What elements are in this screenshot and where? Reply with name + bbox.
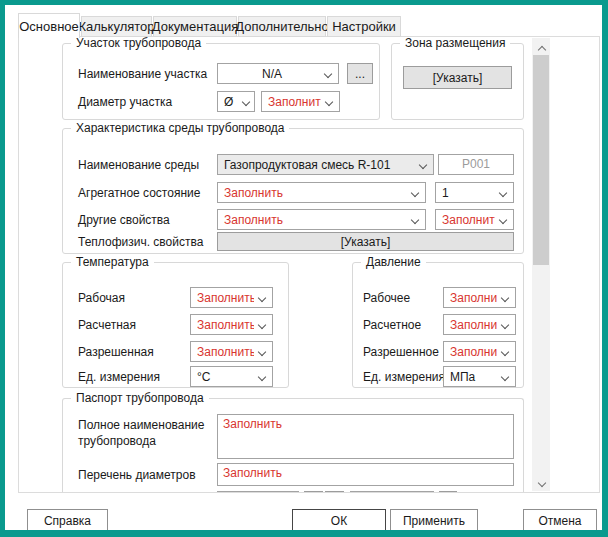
chevron-down-icon (258, 373, 266, 381)
tab-page-main: Участок трубопровода Наименование участк… (18, 36, 600, 493)
chevron-down-icon (258, 321, 266, 329)
group-pipeline-section-title: Участок трубопровода (71, 36, 206, 50)
chevron-down-icon (501, 294, 509, 302)
chevron-down-icon (258, 294, 266, 302)
tab-calculator-label: Калькулятор (78, 19, 154, 34)
medium-name-value: Газопродуктовая смесь R-101 (224, 158, 415, 172)
tab-settings[interactable]: Настройки (327, 16, 401, 37)
temp-working-value: Заполнить (197, 291, 254, 305)
section-name-value: N/A (224, 67, 320, 81)
temp-allowed-combobox[interactable]: Заполнить (190, 341, 273, 362)
pressure-design-label: Расчетное (363, 318, 421, 332)
chevron-down-icon (242, 98, 250, 106)
thermo-specify-button[interactable]: [Указать] (217, 232, 514, 251)
help-button-label: Справка (44, 514, 91, 528)
medium-state-combobox[interactable]: Заполнить (217, 182, 426, 203)
group-placement-zone: Зона размещения [Указать] (391, 43, 524, 120)
chevron-down-icon (411, 216, 419, 224)
clipped-button[interactable] (439, 491, 457, 493)
chevron-up-icon (538, 46, 546, 54)
tab-main-label: Основное (19, 19, 79, 34)
tab-documentation[interactable]: Документация (153, 16, 237, 37)
help-button[interactable]: Справка (27, 509, 108, 533)
medium-other2-value: Заполнить (442, 213, 495, 227)
pressure-unit-combobox[interactable]: МПа (443, 366, 516, 387)
temp-unit-combobox[interactable]: °C (190, 366, 273, 387)
chevron-down-icon (499, 189, 507, 197)
ok-button-label: ОК (331, 514, 347, 528)
pressure-allowed-combobox[interactable]: Заполнить (443, 341, 516, 362)
ellipsis-icon: ... (355, 67, 365, 81)
pressure-design-combobox[interactable]: Заполнить (443, 314, 516, 335)
thermo-specify-label: [Указать] (341, 235, 390, 249)
chevron-down-icon (419, 161, 427, 169)
passport-fullname-label: Полное наименование трубопровода (78, 417, 214, 449)
passport-diameters-field[interactable]: Заполнить (217, 463, 514, 486)
scroll-up-button[interactable] (532, 38, 550, 54)
temp-working-combobox[interactable]: Заполнить (190, 287, 273, 308)
chevron-down-icon (324, 70, 332, 78)
group-temperature-title: Температура (71, 255, 154, 269)
temp-working-label: Рабочая (78, 291, 125, 305)
diameter-value-combobox[interactable]: Заполнить (261, 91, 340, 112)
pressure-unit-value: МПа (450, 370, 497, 384)
clipped-button[interactable] (325, 491, 344, 493)
medium-state-label: Агрегатное состояние (78, 186, 200, 200)
diameter-symbol-combobox[interactable]: Ø (217, 91, 255, 112)
tab-documentation-label: Документация (152, 19, 239, 34)
group-medium-characteristics: Характеристика среды трубопровода Наимен… (62, 128, 524, 254)
chevron-down-icon (499, 216, 507, 224)
medium-other2-combobox[interactable]: Заполнить (435, 209, 514, 230)
medium-state-number-value: 1 (442, 186, 495, 200)
medium-name-combobox[interactable]: Газопродуктовая смесь R-101 (217, 154, 434, 175)
medium-state-number-combobox[interactable]: 1 (435, 182, 514, 203)
chevron-down-icon (501, 321, 509, 329)
chevron-down-icon (325, 98, 333, 106)
zone-specify-label: [Указать] (433, 71, 482, 85)
diameter-fill-value: Заполнить (268, 95, 321, 109)
medium-code-field[interactable]: P001 (438, 154, 514, 175)
section-name-label: Наименование участка (78, 67, 207, 81)
chevron-down-icon (411, 189, 419, 197)
temp-design-label: Расчетная (78, 318, 136, 332)
tab-additional[interactable]: Дополнительно (238, 16, 326, 37)
medium-other-label: Другие свойства (78, 213, 170, 227)
chevron-down-icon (501, 373, 509, 381)
pressure-unit-label: Ед. измерения (363, 370, 445, 384)
medium-other-value: Заполнить (224, 213, 407, 227)
group-passport-title: Паспорт трубопровода (71, 391, 209, 405)
temp-allowed-value: Заполнить (197, 345, 254, 359)
medium-other-combobox[interactable]: Заполнить (217, 209, 426, 230)
passport-fullname-field[interactable]: Заполнить (217, 414, 514, 459)
zone-specify-button[interactable]: [Указать] (403, 66, 512, 89)
temp-unit-value: °C (197, 370, 254, 384)
section-name-combobox[interactable]: N/A (217, 63, 339, 84)
pressure-working-value: Заполнить (450, 291, 497, 305)
clipped-button[interactable] (304, 491, 323, 493)
pressure-working-combobox[interactable]: Заполнить (443, 287, 516, 308)
tab-additional-label: Дополнительно (235, 19, 329, 34)
clipped-field[interactable] (217, 491, 299, 493)
pressure-working-label: Рабочее (363, 291, 410, 305)
pipeline-properties-dialog: Основное Калькулятор Документация Дополн… (0, 0, 608, 537)
chevron-down-icon (538, 479, 546, 487)
vertical-scrollbar[interactable] (532, 38, 550, 491)
chevron-down-icon (501, 348, 509, 356)
diameter-symbol-value: Ø (224, 95, 240, 109)
scrollbar-thumb[interactable] (533, 55, 549, 265)
pressure-allowed-label: Разрешенное (363, 345, 439, 359)
medium-thermo-label: Теплофизич. свойства (78, 235, 203, 249)
temp-design-combobox[interactable]: Заполнить (190, 314, 273, 335)
group-pressure: Давление Рабочее Заполнить Расчетное Зап… (352, 262, 524, 388)
cancel-button[interactable]: Отмена (523, 509, 597, 533)
clipped-field[interactable] (350, 491, 434, 493)
tab-main[interactable]: Основное (18, 13, 80, 38)
browse-button[interactable]: ... (347, 63, 373, 84)
temp-design-value: Заполнить (197, 318, 254, 332)
pressure-allowed-value: Заполнить (450, 345, 497, 359)
tab-calculator[interactable]: Калькулятор (81, 16, 152, 37)
apply-button[interactable]: Применить (390, 509, 478, 533)
ok-button[interactable]: ОК (292, 509, 386, 533)
scroll-down-button[interactable] (532, 475, 550, 491)
passport-diameters-label: Перечень диаметров (78, 468, 196, 482)
